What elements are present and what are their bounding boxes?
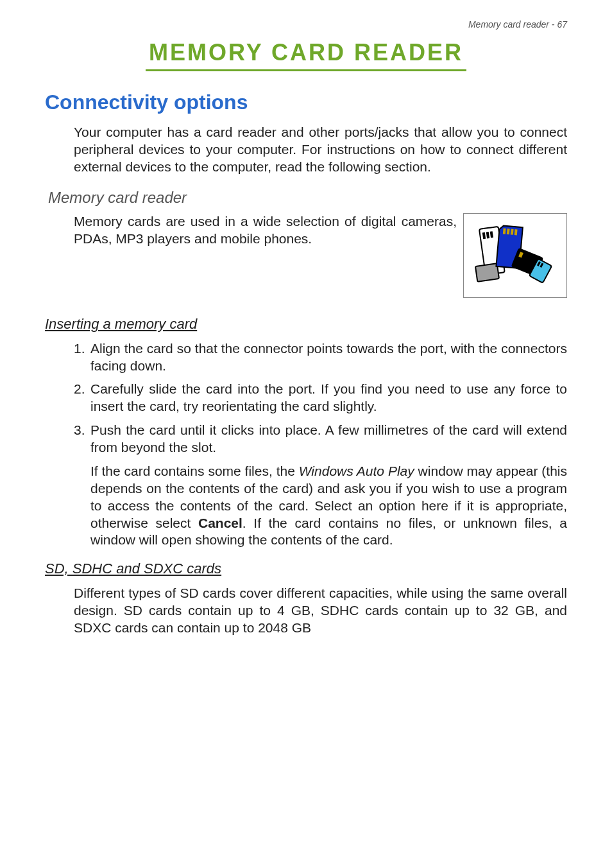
heading-connectivity: Connectivity options xyxy=(45,91,567,114)
list-number: 2. xyxy=(74,381,85,398)
title-underline xyxy=(146,69,466,71)
list-item: 2. Carefully slide the card into the por… xyxy=(74,381,567,415)
list-item: 3. Push the card until it clicks into pl… xyxy=(74,422,567,456)
list-number: 1. xyxy=(74,340,85,358)
intro-paragraph: Your computer has a card reader and othe… xyxy=(74,124,567,176)
heading-inserting-card: Inserting a memory card xyxy=(45,316,567,333)
list-item: 1. Align the card so that the connector … xyxy=(74,340,567,375)
svg-rect-8 xyxy=(514,229,518,235)
autoplay-em: Windows Auto Play xyxy=(299,464,414,478)
text-run: If the card contains some files, the xyxy=(90,464,299,478)
svg-rect-6 xyxy=(507,229,510,234)
heading-memory-card-reader: Memory card reader xyxy=(48,189,567,207)
svg-rect-5 xyxy=(503,228,506,234)
list-text: Push the card until it clicks into place… xyxy=(90,422,567,455)
cancel-strong: Cancel xyxy=(198,516,242,530)
heading-sd-cards: SD, SDHC and SDXC cards xyxy=(45,560,567,577)
list-number: 3. xyxy=(74,422,85,439)
insert-steps-list: 1. Align the card so that the connector … xyxy=(74,340,567,456)
cards-icon xyxy=(470,220,560,291)
page-title: MEMORY CARD READER xyxy=(45,39,567,66)
autoplay-paragraph: If the card contains some files, the Win… xyxy=(90,463,567,549)
memory-cards-illustration xyxy=(463,213,567,298)
list-text: Carefully slide the card into the port. … xyxy=(90,381,567,413)
running-header: Memory card reader - 67 xyxy=(45,19,567,30)
list-text: Align the card so that the connector poi… xyxy=(90,341,567,373)
sd-paragraph: Different types of SD cards cover differ… xyxy=(74,585,567,637)
svg-rect-7 xyxy=(511,229,514,234)
page-content: Memory card reader - 67 MEMORY CARD READ… xyxy=(0,0,612,688)
